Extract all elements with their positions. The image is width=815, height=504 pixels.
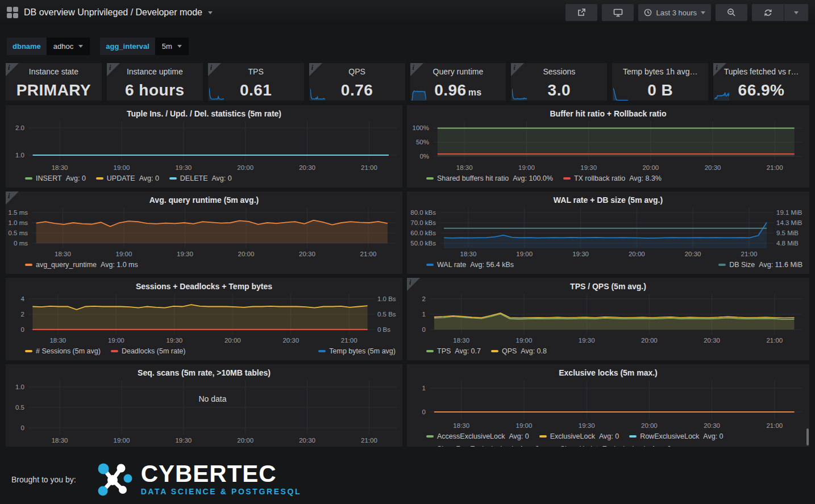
- y-axis-label: 4: [6, 295, 24, 302]
- legend-item[interactable]: # Sessions (5m avg): [25, 347, 101, 355]
- stat-panel-title[interactable]: Sessions: [511, 67, 607, 76]
- legend-item[interactable]: WAL rateAvg: 56.4 kBs: [426, 261, 514, 269]
- x-axis-label: 19:30: [175, 437, 192, 444]
- legend-item[interactable]: TPSAvg: 0.7: [426, 347, 481, 355]
- graph-plot-area[interactable]: 18:3019:0019:3020:0020:3021:00: [32, 207, 396, 248]
- dashboard-title[interactable]: DB overview Unprivileged / Developer mod…: [24, 7, 202, 18]
- x-axis-label: 18:30: [52, 164, 68, 171]
- graph-panel-title[interactable]: Seq. scans (5m rate, >10MB tables): [6, 364, 402, 378]
- stat-value-text: 6 hours: [125, 81, 185, 99]
- info-corner-icon[interactable]: i: [713, 63, 726, 76]
- clock-icon: [644, 9, 652, 16]
- share-button[interactable]: [565, 4, 597, 21]
- stat-panel: iTuples fetched vs r…66.9%: [713, 63, 809, 101]
- info-corner-icon[interactable]: i: [6, 63, 19, 76]
- apps-grid-icon[interactable]: [7, 7, 18, 18]
- graph-panel-title[interactable]: Tuple Ins. / Upd. / Del. statistics (5m …: [6, 105, 402, 119]
- legend-item[interactable]: ExclusiveLockAvg: 0: [539, 432, 619, 440]
- graph-canvas: [28, 294, 375, 335]
- legend-item[interactable]: avg_query_runtimeAvg: 1.0 ms: [25, 261, 138, 269]
- stat-value-text: 0.61: [240, 81, 272, 99]
- cybertec-logo: CYBERTEC DATA SCIENCE & POSTGRESQL: [95, 461, 302, 498]
- y-axis-label: 2.0: [6, 124, 24, 131]
- no-data-text: No data: [198, 394, 226, 403]
- variable-value-dropdown[interactable]: 5m: [155, 38, 189, 55]
- info-corner-icon[interactable]: i: [107, 63, 120, 76]
- refresh-button[interactable]: [752, 4, 784, 21]
- variable-agg_interval: agg_interval5m: [100, 38, 189, 55]
- brand-tagline: DATA SCIENCE & POSTGRESQL: [141, 487, 302, 496]
- graph-panel-title[interactable]: Buffer hit ratio + Rollback ratio: [407, 105, 809, 119]
- x-axis-label: 20:30: [685, 251, 701, 257]
- legend-item[interactable]: Deadlocks (5m rate): [111, 347, 186, 355]
- legend-item[interactable]: DB SizeAvg: 11.6 MiB: [718, 261, 802, 269]
- variable-label: dbname: [7, 38, 47, 55]
- variable-value-dropdown[interactable]: adhoc: [47, 38, 90, 55]
- graph-plot-area[interactable]: 18:3019:0019:3020:0020:3021:00No data: [28, 380, 397, 435]
- legend-item[interactable]: UPDATEAvg: 0: [96, 174, 159, 182]
- stat-panel-title[interactable]: Tuples fetched vs r…: [713, 67, 809, 76]
- graph-plot-area[interactable]: 18:3019:0019:3020:0020:3021:00: [28, 121, 397, 162]
- legend-swatch: [96, 177, 103, 180]
- variable-label: agg_interval: [100, 38, 155, 55]
- x-axis-label: 20:30: [704, 422, 720, 429]
- y-axis-label: 0: [6, 326, 24, 333]
- tv-mode-button[interactable]: [602, 4, 634, 21]
- graph-plot-area[interactable]: 18:3019:0019:3020:0020:3021:00: [28, 294, 375, 335]
- graph-panel-title[interactable]: WAL rate + DB size (5m avg.): [407, 191, 809, 205]
- graph-panel-title[interactable]: Exclusive locks (5m max.): [407, 364, 809, 378]
- zoom-out-button[interactable]: [716, 4, 747, 21]
- footer-branding: Brought to you by: CYBERTEC DATA SCIENCE…: [11, 461, 815, 498]
- x-axis-label: 18:30: [55, 251, 71, 257]
- legend-label: UPDATE: [107, 174, 135, 182]
- legend-item[interactable]: Temp bytes (5m avg): [318, 347, 396, 355]
- graph-canvas: [430, 380, 802, 420]
- graph-plot-area[interactable]: 18:3019:0019:3020:0020:3021:00: [430, 380, 802, 420]
- legend-avg: Avg: 0: [139, 174, 159, 182]
- info-corner-icon[interactable]: i: [309, 63, 322, 76]
- y-axis-label: 100%: [407, 124, 429, 131]
- graph-plot-area[interactable]: 18:3019:0019:3020:0020:3021:00: [433, 121, 802, 162]
- x-axis-label: 19:30: [175, 164, 192, 171]
- legend-item[interactable]: QPSAvg: 0.8: [491, 347, 547, 355]
- graph-plot-area[interactable]: 18:3019:0019:3020:0020:3021:00: [430, 294, 802, 335]
- legend-label: TPS: [437, 347, 451, 355]
- stat-panel-title[interactable]: TPS: [208, 67, 304, 76]
- legend-item[interactable]: ShareUpdateExclusiveLockAvg: 0: [550, 445, 671, 447]
- info-corner-icon[interactable]: i: [407, 278, 420, 291]
- info-corner-icon[interactable]: i: [410, 63, 423, 76]
- info-corner-icon[interactable]: i: [6, 191, 19, 205]
- stat-panel-title[interactable]: Instance state: [6, 67, 102, 76]
- info-corner-icon[interactable]: i: [511, 63, 524, 76]
- legend-avg: Avg: 100.0%: [513, 174, 553, 182]
- legend-avg: Avg: 0: [509, 432, 529, 440]
- stat-panel-title[interactable]: Temp bytes 1h avg…: [612, 67, 708, 76]
- legend-swatch: [491, 350, 498, 352]
- graph-panel-title[interactable]: Avg. query runtime (5m avg.): [6, 191, 402, 205]
- y-axis-label: 1.0: [6, 152, 24, 159]
- stat-panel-title[interactable]: Query runtime: [410, 67, 506, 76]
- series-fill-green: [438, 128, 795, 156]
- legend-item[interactable]: RowExclusiveLockAvg: 0: [629, 432, 723, 440]
- graph-panel-title[interactable]: Sessions + Deadlocks + Temp bytes: [6, 278, 402, 291]
- legend-item[interactable]: DELETEAvg: 0: [169, 174, 232, 182]
- refresh-interval-dropdown[interactable]: [784, 4, 808, 21]
- legend-label: AccessExclusiveLock: [437, 432, 505, 440]
- stat-panel-title[interactable]: Instance uptime: [107, 67, 203, 76]
- legend-label: INSERT: [36, 174, 62, 182]
- legend-item[interactable]: TX rollback ratioAvg: 8.3%: [563, 174, 662, 182]
- legend-label: Temp bytes (5m avg): [329, 347, 396, 355]
- stat-panel-title[interactable]: QPS: [309, 67, 405, 76]
- legend-item[interactable]: AccessExclusiveLockAvg: 0: [426, 432, 529, 440]
- legend-scrollbar[interactable]: [806, 428, 809, 445]
- dashboard-title-caret-icon[interactable]: [208, 11, 213, 14]
- legend-item[interactable]: ShareRowExclusiveLockAvg: 0: [426, 445, 539, 447]
- info-corner-icon[interactable]: i: [208, 63, 221, 76]
- time-range-picker[interactable]: Last 3 hours: [638, 4, 711, 21]
- legend-item[interactable]: INSERTAvg: 0: [25, 174, 86, 182]
- graph-panel: Seq. scans (5m rate, >10MB tables)18:301…: [6, 364, 402, 447]
- graph-plot-area[interactable]: 18:3019:0019:3020:0020:3021:00: [440, 207, 774, 248]
- legend-item[interactable]: Shared buffers hit ratioAvg: 100.0%: [426, 174, 553, 182]
- graph-panel-title[interactable]: TPS / QPS (5m avg.): [407, 278, 809, 291]
- graph-legend: # Sessions (5m avg)Deadlocks (5m rate)Te…: [6, 345, 402, 355]
